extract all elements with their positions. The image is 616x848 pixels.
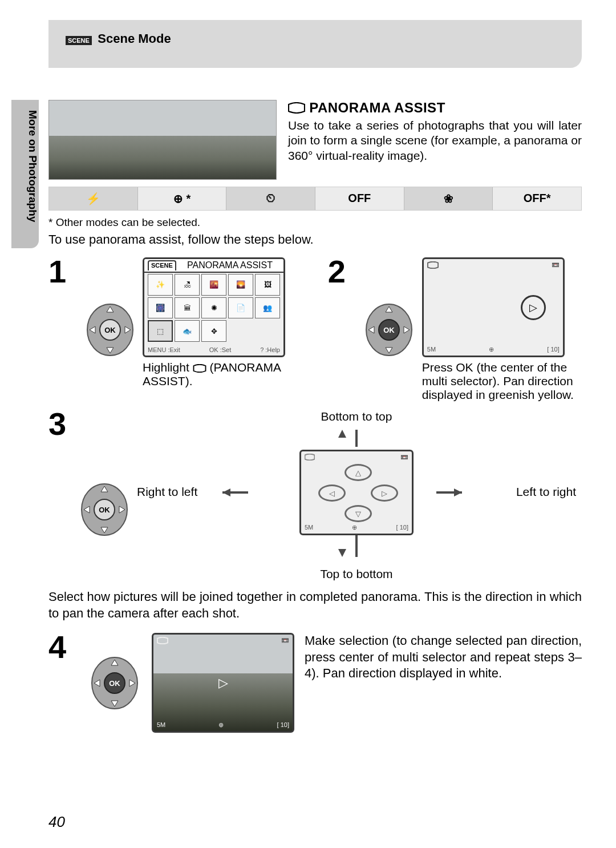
pan-direction-indicator: ▷	[521, 295, 546, 320]
shots-remaining-label: [ 10]	[547, 346, 559, 353]
step3-screen: 📼 △ ◁ ▷ ▽ 5M ⊕ [ 10]	[299, 450, 414, 535]
step1-caption: Highlight (PANORAMA ASSIST).	[143, 361, 328, 388]
setting-flash: ⚡	[49, 187, 138, 210]
feature-description: Use to take a series of photographs that…	[288, 118, 582, 163]
footer-exit: MENU :Exit	[148, 346, 180, 353]
scene-badge: SCENE	[66, 36, 92, 45]
svg-marker-26	[222, 488, 230, 496]
feature-title: PANORAMA ASSIST	[288, 100, 582, 116]
memory-icon: 📼	[400, 454, 408, 461]
panorama-icon	[427, 261, 439, 269]
svg-marker-24	[338, 549, 346, 557]
panorama-cell: ⬚	[148, 320, 173, 342]
setting-off-2: OFF*	[493, 187, 581, 210]
image-size-label: 5M	[157, 721, 165, 729]
page-content: PANORAMA ASSIST Use to take a series of …	[48, 100, 582, 733]
panorama-icon	[157, 637, 168, 644]
shots-remaining-label: [ 10]	[277, 721, 289, 729]
panorama-sample-image	[48, 100, 277, 180]
multi-selector-icon: OK	[89, 655, 140, 712]
image-size-label: 5M	[305, 524, 313, 531]
step4-screen: 📼 ▷ 5M ⊕ [ 10]	[152, 633, 294, 733]
header-bar: SCENE Scene Mode	[48, 20, 582, 68]
step4-text: Make selection (to change selected pan d…	[305, 633, 582, 682]
step-number-3: 3	[48, 410, 77, 438]
footnote: * Other modes can be selected.	[48, 216, 582, 229]
intro-block: PANORAMA ASSIST Use to take a series of …	[48, 100, 582, 180]
memory-icon: 📼	[552, 261, 560, 269]
setting-selftimer: ⏲	[226, 187, 315, 210]
setting-off-1: OFF	[315, 187, 404, 210]
shots-remaining-label: [ 10]	[396, 524, 408, 531]
multi-selector-icon: OK	[84, 301, 136, 358]
setting-selftimer-alt: ⊕ *	[138, 187, 227, 210]
panorama-icon	[288, 102, 305, 114]
step-number-2: 2	[328, 257, 356, 286]
svg-marker-28	[454, 488, 462, 496]
setting-macro: ❀	[404, 187, 493, 210]
image-size-label: 5M	[427, 346, 436, 353]
step3-caption: Select how pictures will be joined toget…	[48, 589, 582, 621]
svg-text:OK: OK	[104, 326, 116, 334]
label-left-to-right: Left to right	[516, 485, 576, 499]
multi-selector-icon: OK	[363, 301, 415, 358]
step-number-1: 1	[48, 257, 77, 286]
panorama-icon	[193, 364, 206, 373]
step1-screen: SCENE PANORAMA ASSIST ✨🏖🌇🌄🖼 🎆🏛✺📄👥 ⬚🐟✥ ME…	[143, 257, 285, 357]
screen-title: PANORAMA ASSIST	[180, 260, 280, 270]
footer-help: ? :Help	[260, 346, 280, 353]
settings-strip: ⚡ ⊕ * ⏲ OFF ❀ OFF*	[48, 187, 582, 211]
svg-text:OK: OK	[109, 679, 120, 688]
label-right-to-left: Right to left	[137, 485, 197, 499]
header-title: Scene Mode	[98, 31, 171, 46]
memory-icon: 📼	[281, 637, 289, 644]
intro-line: To use panorama assist, follow the steps…	[48, 232, 582, 247]
multi-selector-icon: OK	[79, 481, 130, 538]
svg-text:OK: OK	[384, 326, 395, 334]
footer-set: OK :Set	[209, 346, 232, 353]
step-number-4: 4	[48, 633, 77, 661]
step2-screen: 📼 ▷ 5M ⊕ [ 10]	[422, 257, 565, 357]
panorama-icon	[305, 454, 315, 461]
svg-text:OK: OK	[99, 506, 110, 514]
scene-grid: ✨🏖🌇🌄🖼 🎆🏛✺📄👥 ⬚🐟✥	[148, 274, 280, 342]
page-number: 40	[48, 813, 65, 831]
svg-marker-22	[338, 430, 346, 438]
step2-caption: Press OK (the center of the multi select…	[422, 361, 582, 402]
side-tab: More on Photography	[11, 100, 39, 248]
scene-tab: SCENE	[148, 260, 176, 270]
label-top-to-bottom: Top to bottom	[320, 567, 392, 581]
side-tab-label: More on Photography	[11, 100, 39, 248]
